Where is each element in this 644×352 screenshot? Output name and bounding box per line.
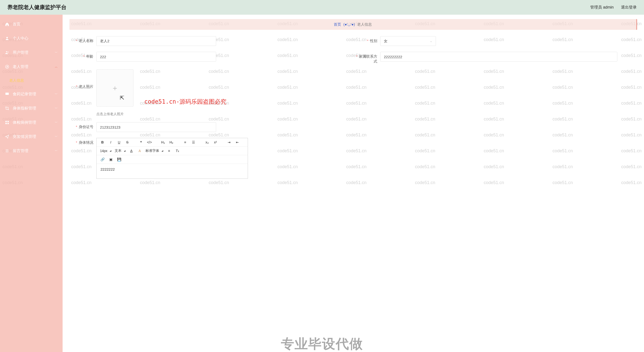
monitor-icon xyxy=(5,92,9,96)
sidebar: 首页 个人中心 用户管理 ﹀ 老人管理 ︿ 老人信息 食药记录管理 ﹀ xyxy=(0,15,62,352)
clear-format-button[interactable]: Tx xyxy=(175,148,180,154)
fg-body: 身体情况 B I U S ❝ </> xyxy=(70,138,637,179)
link-button[interactable]: 🔗 xyxy=(100,157,105,162)
chevron-down-icon: ﹀ xyxy=(55,149,58,153)
label-gender: 性别 xyxy=(353,36,380,43)
age-input[interactable] xyxy=(96,52,216,62)
chevron-down-icon: ﹀ xyxy=(55,120,58,125)
svg-point-1 xyxy=(6,51,7,52)
app-root: 养老院老人健康监护平台 管理员 admin 退出登录 首页 个人中心 用户管理 … xyxy=(0,0,644,352)
sidebar-item-label: 老人管理 xyxy=(13,64,28,70)
sidebar-item-emergency[interactable]: 突发情况管理 ﹀ xyxy=(0,130,62,144)
h1-button[interactable]: H₁ xyxy=(161,140,166,145)
rich-editor: B I U S ❝ </> H₁ H₂ ≡ xyxy=(96,138,248,179)
sidebar-item-profile[interactable]: 个人中心 xyxy=(0,31,62,46)
sidebar-item-label: 突发情况管理 xyxy=(13,134,36,139)
fg-photo: 老人照片 ＋ 点击上传老人照片 xyxy=(70,70,637,116)
sidebar-item-home[interactable]: 首页 xyxy=(0,17,62,31)
align-button[interactable]: ≡ xyxy=(166,148,172,154)
user-label[interactable]: 管理员 admin xyxy=(590,5,614,10)
indent-button[interactable]: ⇥ xyxy=(227,140,232,145)
label-contact: 家属联系方式 xyxy=(353,52,380,64)
users-icon xyxy=(5,50,9,55)
textstyle-select[interactable]: 文本▴▾ xyxy=(115,148,126,153)
chevron-down-icon: ﹀ xyxy=(55,50,58,55)
sidebar-item-medication[interactable]: 食药记录管理 ﹀ xyxy=(0,87,62,101)
sidebar-item-label: 个人中心 xyxy=(13,36,28,41)
editor-toolbar-3: 🔗 ▣ 💾 xyxy=(96,155,248,164)
code-button[interactable]: </> xyxy=(147,140,152,145)
sidebar-item-label: 留言管理 xyxy=(13,148,28,154)
sidebar-item-label: 食药记录管理 xyxy=(13,92,36,97)
svg-point-0 xyxy=(6,37,8,38)
sidebar-item-label: 身体指标管理 xyxy=(13,106,36,111)
name-input[interactable] xyxy=(96,36,216,46)
fg-contact: 家属联系方式 xyxy=(353,52,637,64)
chevron-down-icon: ﹀ xyxy=(55,92,58,96)
chevron-down-icon: ⌄ xyxy=(430,39,432,43)
main-content: 首页 (●'◡'●) 老人信息 老人名称 性别 女 ⌄ xyxy=(62,15,644,352)
plus-icon: ＋ xyxy=(111,83,118,93)
ol-button[interactable]: ≡ xyxy=(183,140,188,145)
chevron-up-icon: ︿ xyxy=(55,65,58,69)
editor-body[interactable]: 2222222 xyxy=(96,164,248,178)
app-title: 养老院老人健康监护平台 xyxy=(7,4,66,11)
sup-button[interactable]: x² xyxy=(213,140,218,145)
fontfamily-select[interactable]: 标准字体▴▾ xyxy=(146,148,163,153)
textcolor-button[interactable]: A xyxy=(129,148,134,154)
fg-idnum: 身份证号 xyxy=(70,122,637,132)
underline-button[interactable]: U xyxy=(116,140,122,145)
chevron-down-icon: ﹀ xyxy=(55,106,58,110)
send-icon xyxy=(5,134,9,139)
italic-button[interactable]: I xyxy=(108,140,113,145)
quote-button[interactable]: ❝ xyxy=(139,140,144,145)
fg-age: 年龄 xyxy=(70,52,353,64)
sidebar-item-users[interactable]: 用户管理 ﹀ xyxy=(0,46,62,60)
sidebar-item-messages[interactable]: 留言管理 ﹀ xyxy=(0,144,62,158)
ul-button[interactable]: ☰ xyxy=(191,140,196,145)
sidebar-item-label: 体检病例管理 xyxy=(13,120,36,125)
breadcrumb-face: (●'◡'●) xyxy=(344,22,355,27)
sidebar-item-body-index[interactable]: 身体指标管理 ﹀ xyxy=(0,101,62,116)
sidebar-item-checkup[interactable]: 体检病例管理 ﹀ xyxy=(0,116,62,130)
fontsize-select[interactable]: 14px▴▾ xyxy=(100,149,111,153)
crop-icon xyxy=(5,106,9,110)
breadcrumb-current: 老人信息 xyxy=(357,22,372,27)
save-button[interactable]: 💾 xyxy=(116,157,122,162)
user-icon xyxy=(5,36,9,40)
sidebar-item-label: 首页 xyxy=(13,22,20,27)
sub-button[interactable]: x₂ xyxy=(205,140,210,145)
chevron-down-icon: ﹀ xyxy=(55,135,58,139)
bgcolor-button[interactable]: A xyxy=(137,148,142,154)
svg-rect-4 xyxy=(6,93,9,95)
bold-button[interactable]: B xyxy=(100,140,105,145)
svg-rect-8 xyxy=(8,123,9,124)
strike-button[interactable]: S xyxy=(125,140,130,145)
list-icon xyxy=(5,148,9,153)
image-button[interactable]: ▣ xyxy=(108,157,113,162)
svg-rect-7 xyxy=(6,123,6,124)
label-name: 老人名称 xyxy=(70,36,96,43)
h2-button[interactable]: H₂ xyxy=(169,140,174,145)
contact-input[interactable] xyxy=(380,52,617,62)
sidebar-item-label: 用户管理 xyxy=(13,50,28,55)
photo-upload[interactable]: ＋ xyxy=(96,70,134,106)
gender-select[interactable]: 女 ⌄ xyxy=(380,36,436,46)
editor-toolbar-1: B I U S ❝ </> H₁ H₂ ≡ xyxy=(96,138,248,147)
header-bar: 养老院老人健康监护平台 管理员 admin 退出登录 xyxy=(0,0,644,15)
sidebar-sub-elderly-info[interactable]: 老人信息 xyxy=(0,74,62,87)
fg-gender: 性别 女 ⌄ xyxy=(353,36,637,46)
photo-hint: 点击上传老人照片 xyxy=(96,112,630,116)
logout-button[interactable]: 退出登录 xyxy=(621,5,637,10)
fg-name: 老人名称 xyxy=(70,36,353,46)
breadcrumb-home[interactable]: 首页 xyxy=(334,22,341,27)
breadcrumb: 首页 (●'◡'●) 老人信息 xyxy=(70,19,637,30)
label-age: 年龄 xyxy=(70,52,96,59)
grid-icon xyxy=(5,120,9,125)
svg-rect-6 xyxy=(8,121,9,122)
idnum-input[interactable] xyxy=(96,122,216,132)
home-icon xyxy=(5,22,9,26)
sidebar-item-elderly[interactable]: 老人管理 ︿ xyxy=(0,60,62,74)
outdent-button[interactable]: ⇤ xyxy=(235,140,240,145)
body-split: 首页 个人中心 用户管理 ﹀ 老人管理 ︿ 老人信息 食药记录管理 ﹀ xyxy=(0,15,644,352)
